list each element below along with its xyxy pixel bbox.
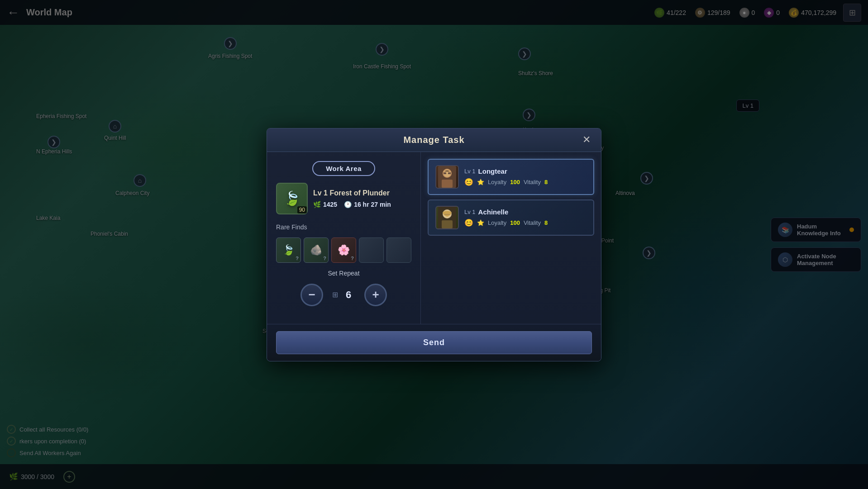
worker-mood-longtear: 😊 [464, 178, 473, 186]
time-stat-value: 16 hr 27 min [354, 201, 391, 208]
loyalty-value-longtear: 100 [510, 179, 520, 185]
manage-task-modal: Manage Task ✕ Work Area 🍃 90 [267, 128, 601, 361]
rare-item-2: 🪨 ? [304, 237, 329, 263]
task-name: Lv 1 Forest of Plunder [313, 189, 411, 197]
task-icon-wrapper: 🍃 90 [276, 183, 308, 214]
close-button[interactable]: ✕ [579, 132, 594, 147]
svg-rect-8 [442, 220, 453, 228]
rare-item-icon-2: 🪨 [310, 244, 322, 256]
rare-item-q-3: ? [351, 256, 354, 261]
rare-item-1: 🍃 ? [276, 237, 301, 263]
rare-finds-grid: 🍃 ? 🪨 ? 🌸 ? [276, 237, 411, 263]
worker-info-longtear: Lv 1 Longtear 😊 ⭐ Loyalty 100 Vitality 8 [464, 167, 587, 186]
rare-finds-label: Rare Finds [276, 223, 411, 231]
modal-title: Manage Task [403, 135, 464, 145]
worker-info-achinelle: Lv 1 Achinelle 😊 ⭐ Loyalty 100 Vitality … [464, 208, 587, 227]
left-panel: Work Area 🍃 90 Lv 1 Forest of Plunder [267, 152, 421, 324]
work-area-button[interactable]: Work Area [312, 161, 375, 176]
task-icon-leaves: 🍃 [284, 190, 300, 206]
task-stats: 🌿 1425 🕐 16 hr 27 min [313, 201, 411, 208]
rare-item-icon-1: 🍃 [282, 244, 295, 256]
worker-avatar-longtear [435, 165, 459, 189]
svg-rect-2 [442, 180, 453, 188]
stamina-stat: 🌿 1425 [313, 201, 337, 208]
set-repeat-label: Set Repeat [276, 270, 411, 277]
vitality-value-achinelle: 8 [544, 219, 548, 226]
worker-card-achinelle[interactable]: Lv 1 Achinelle 😊 ⭐ Loyalty 100 Vitality … [428, 199, 594, 236]
repeat-controls: − ⊞ 6 + [276, 284, 411, 306]
task-info: 🍃 90 Lv 1 Forest of Plunder 🌿 1425 [276, 183, 411, 214]
repeat-minus-button[interactable]: − [300, 284, 323, 306]
stamina-stat-value: 1425 [323, 201, 337, 208]
worker-name-longtear: Longtear [478, 167, 507, 175]
modal-overlay: Manage Task ✕ Work Area 🍃 90 [0, 0, 868, 489]
worker-stats-achinelle: 😊 ⭐ Loyalty 100 Vitality 8 [464, 218, 587, 227]
loyalty-star-icon-2: ⭐ [477, 219, 484, 226]
worker-name-row-longtear: Lv 1 Longtear [464, 167, 587, 175]
worker-name-row-achinelle: Lv 1 Achinelle [464, 208, 587, 216]
rare-item-4 [359, 237, 384, 263]
vitality-label-achinelle: Vitality [524, 219, 541, 226]
modal-body: Work Area 🍃 90 Lv 1 Forest of Plunder [267, 152, 601, 324]
rare-item-3: 🌸 ? [331, 237, 356, 263]
worker-mood-achinelle: 😊 [464, 218, 473, 227]
worker-level-achinelle: Lv 1 [464, 209, 476, 215]
vitality-value-longtear: 8 [544, 179, 548, 185]
repeat-grid-icon: ⊞ [332, 290, 338, 299]
vitality-label-longtear: Vitality [524, 179, 541, 185]
worker-level-longtear: Lv 1 [464, 168, 476, 175]
modal-footer: Send [267, 324, 601, 361]
repeat-count-wrapper: ⊞ 6 [332, 289, 355, 301]
worker-stats-longtear: 😊 ⭐ Loyalty 100 Vitality 8 [464, 178, 587, 186]
worker-name-achinelle: Achinelle [478, 208, 509, 216]
loyalty-value-achinelle: 100 [510, 219, 520, 226]
stamina-stat-icon: 🌿 [313, 201, 321, 208]
loyalty-label-longtear: Loyalty [488, 179, 506, 185]
worker-avatar-achinelle [435, 206, 459, 229]
worker-card-longtear[interactable]: Lv 1 Longtear 😊 ⭐ Loyalty 100 Vitality 8 [428, 159, 594, 195]
task-details: Lv 1 Forest of Plunder 🌿 1425 🕐 16 hr 27… [313, 189, 411, 208]
repeat-plus-button[interactable]: + [364, 284, 387, 306]
rare-item-q-2: ? [323, 256, 326, 261]
time-stat: 🕐 16 hr 27 min [344, 201, 391, 208]
send-button[interactable]: Send [276, 331, 592, 354]
svg-rect-5 [448, 172, 451, 174]
loyalty-label-achinelle: Loyalty [488, 219, 506, 226]
svg-rect-4 [444, 172, 446, 174]
repeat-count: 6 [342, 289, 355, 301]
rare-item-icon-3: 🌸 [338, 244, 350, 256]
modal-header: Manage Task ✕ [267, 128, 601, 152]
task-icon-number: 90 [297, 206, 307, 214]
workers-panel: Lv 1 Longtear 😊 ⭐ Loyalty 100 Vitality 8 [421, 152, 601, 324]
time-stat-icon: 🕐 [344, 201, 352, 208]
rare-item-q-1: ? [296, 256, 299, 261]
rare-item-5 [386, 237, 411, 263]
loyalty-star-icon: ⭐ [477, 179, 484, 185]
